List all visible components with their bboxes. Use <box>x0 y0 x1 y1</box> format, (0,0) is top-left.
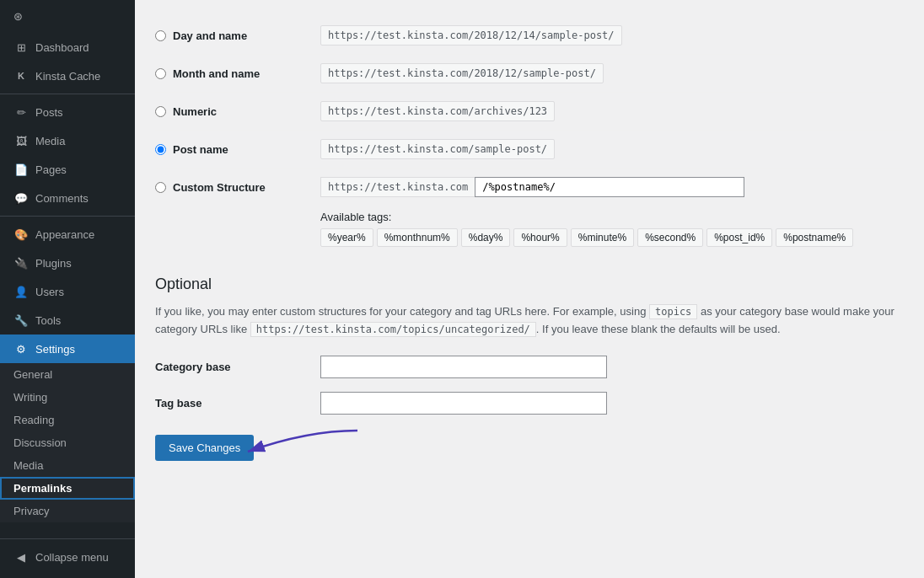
optional-title: Optional <box>155 276 904 293</box>
url-preview-post-name: https://test.kinsta.com/sample-post/ <box>320 139 555 159</box>
sidebar-item-kinsta-cache[interactable]: K Kinsta Cache <box>0 62 135 90</box>
permalink-row-month-name: Month and name https://test.kinsta.com/2… <box>155 55 904 93</box>
sidebar-item-media[interactable]: 🖼 Media <box>0 126 135 155</box>
custom-structure-inputs: https://test.kinsta.com <box>320 177 744 197</box>
tag-base-label: Tag base <box>155 397 307 409</box>
submenu-reading[interactable]: Reading <box>0 409 135 431</box>
comments-icon: 💬 <box>13 190 29 206</box>
save-section: Save Changes <box>155 435 904 461</box>
permalink-numeric-label[interactable]: Numeric <box>155 105 307 118</box>
dashboard-icon: ⊞ <box>13 40 29 55</box>
tag-hour[interactable]: %hour% <box>513 228 567 247</box>
permalink-row-post-name: Post name https://test.kinsta.com/sample… <box>155 131 904 169</box>
radio-numeric[interactable] <box>155 106 166 117</box>
posts-icon: ✏ <box>13 104 29 120</box>
sidebar: ⊛ ⊞ Dashboard K Kinsta Cache ✏ Posts 🖼 M… <box>0 0 135 578</box>
sidebar-item-pages[interactable]: 📄 Pages <box>0 155 135 184</box>
collapse-menu[interactable]: ◀ Collapse menu <box>0 543 135 571</box>
tag-postname[interactable]: %postname% <box>776 228 853 247</box>
plugins-icon: 🔌 <box>13 255 29 270</box>
topics-url-example: https://test.kinsta.com/topics/uncategor… <box>250 322 536 337</box>
url-preview-numeric: https://test.kinsta.com/archives/123 <box>320 101 555 121</box>
appearance-icon: 🎨 <box>13 227 29 242</box>
divider-2 <box>0 216 135 217</box>
topics-example: topics <box>649 304 697 319</box>
settings-submenu: General Writing Reading Discussion Media… <box>0 363 135 522</box>
category-base-input[interactable] <box>320 356 607 378</box>
submenu-permalinks[interactable]: Permalinks <box>0 477 135 500</box>
permalink-row-custom: Custom Structure https://test.kinsta.com… <box>155 169 904 255</box>
permalink-custom-label[interactable]: Custom Structure <box>155 181 307 194</box>
submenu-media[interactable]: Media <box>0 454 135 477</box>
submenu-general[interactable]: General <box>0 363 135 386</box>
sidebar-item-dashboard[interactable]: ⊞ Dashboard <box>0 33 135 62</box>
main-content: Day and name https://test.kinsta.com/201… <box>135 0 924 578</box>
radio-custom[interactable] <box>155 182 166 193</box>
tag-base-row: Tag base <box>155 392 904 415</box>
permalink-row-numeric: Numeric https://test.kinsta.com/archives… <box>155 93 904 131</box>
tag-post-id[interactable]: %post_id% <box>706 228 772 247</box>
sidebar-item-comments[interactable]: 💬 Comments <box>0 184 135 212</box>
sidebar-bottom: ◀ Collapse menu <box>0 535 135 578</box>
divider-bottom <box>0 538 135 539</box>
tag-monthnum[interactable]: %monthnum% <box>377 228 458 247</box>
sidebar-item-posts[interactable]: ✏ Posts <box>0 98 135 126</box>
divider-1 <box>0 94 135 94</box>
radio-day-name[interactable] <box>155 30 166 41</box>
users-icon: 👤 <box>13 284 29 299</box>
media-icon: 🖼 <box>13 133 29 148</box>
category-base-label: Category base <box>155 361 307 373</box>
tag-minute[interactable]: %minute% <box>571 228 634 247</box>
sidebar-item-plugins[interactable]: 🔌 Plugins <box>0 249 135 277</box>
arrow-annotation <box>206 426 374 468</box>
radio-post-name[interactable] <box>155 144 166 155</box>
tags-container: %year% %monthnum% %day% %hour% %minute% … <box>320 228 853 247</box>
custom-structure-input[interactable] <box>475 177 744 197</box>
permalink-options-section: Day and name https://test.kinsta.com/201… <box>155 17 904 255</box>
custom-base-url: https://test.kinsta.com <box>320 177 475 197</box>
permalink-row-day-name: Day and name https://test.kinsta.com/201… <box>155 17 904 55</box>
submenu-privacy[interactable]: Privacy <box>0 500 135 522</box>
permalink-month-name-label[interactable]: Month and name <box>155 67 307 80</box>
tools-icon: 🔧 <box>13 313 29 328</box>
sidebar-item-appearance[interactable]: 🎨 Appearance <box>0 220 135 249</box>
tag-second[interactable]: %second% <box>637 228 703 247</box>
wp-icon: ⊛ <box>13 10 23 23</box>
collapse-icon: ◀ <box>13 549 29 565</box>
settings-icon: ⚙ <box>13 341 29 356</box>
sidebar-item-users[interactable]: 👤 Users <box>0 277 135 306</box>
submenu-writing[interactable]: Writing <box>0 386 135 409</box>
tag-year[interactable]: %year% <box>320 228 373 247</box>
permalink-day-name-label[interactable]: Day and name <box>155 29 307 42</box>
kinsta-icon: K <box>13 68 29 83</box>
category-base-row: Category base <box>155 356 904 378</box>
sidebar-item-settings[interactable]: ⚙ Settings <box>0 334 135 363</box>
tag-base-input[interactable] <box>320 392 607 415</box>
radio-month-name[interactable] <box>155 68 166 79</box>
pages-icon: 📄 <box>13 162 29 177</box>
available-tags-label: Available tags: <box>320 211 853 223</box>
tag-day[interactable]: %day% <box>461 228 511 247</box>
optional-description: If you like, you may enter custom struct… <box>155 303 904 339</box>
url-preview-day-name: https://test.kinsta.com/2018/12/14/sampl… <box>320 25 622 45</box>
sidebar-item-tools[interactable]: 🔧 Tools <box>0 306 135 334</box>
permalink-post-name-label[interactable]: Post name <box>155 143 307 156</box>
sidebar-logo: ⊛ <box>0 0 135 33</box>
url-preview-month-name: https://test.kinsta.com/2018/12/sample-p… <box>320 63 604 83</box>
submenu-discussion[interactable]: Discussion <box>0 431 135 454</box>
